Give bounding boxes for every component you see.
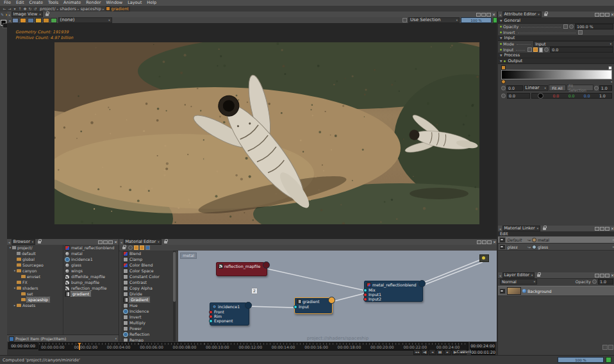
maximize-icon[interactable] bbox=[108, 240, 113, 244]
gradient-selected-key-marker[interactable] bbox=[501, 79, 506, 84]
menu-item-create[interactable]: Create bbox=[26, 0, 46, 6]
restore-icon[interactable] bbox=[103, 240, 108, 244]
select-tool-icon[interactable]: ✎ bbox=[1, 12, 4, 17]
restore-icon[interactable] bbox=[482, 240, 486, 244]
history-icon[interactable]: ▾ bbox=[12, 6, 17, 12]
tree-item-FX[interactable]: FX bbox=[7, 279, 63, 285]
tree-item-Assets[interactable]: ▸Assets bbox=[7, 302, 63, 308]
input-value[interactable]: 0.0 bbox=[550, 47, 613, 53]
fit-all-button[interactable]: Fit All bbox=[549, 85, 566, 91]
graph-node-gradient[interactable]: gradientInput bbox=[294, 297, 333, 314]
file-icon[interactable] bbox=[539, 47, 543, 53]
material-link-row-metal[interactable]: Default↪metal▾ bbox=[498, 236, 614, 244]
node-type-color-blend[interactable]: Color Blend bbox=[120, 262, 176, 268]
node-type-clamp[interactable]: Clamp bbox=[120, 256, 176, 262]
close-icon[interactable]: ✕ bbox=[493, 240, 496, 244]
node-graph[interactable]: metal 2 project://shaders/spaceship refl… bbox=[178, 251, 497, 342]
tree-item-default[interactable]: default bbox=[7, 251, 63, 256]
gradient-ramp[interactable] bbox=[501, 70, 612, 79]
back-icon[interactable]: ← bbox=[2, 6, 7, 12]
region-icon[interactable] bbox=[28, 18, 34, 23]
color-swatches[interactable] bbox=[0, 19, 7, 29]
graph-context-tab[interactable]: metal bbox=[180, 252, 197, 259]
browser-item-metal[interactable]: metal bbox=[63, 251, 119, 256]
breadcrumb-segment[interactable]: project/ bbox=[38, 6, 57, 12]
panel-type-dropdown[interactable]: Browser ▾ bbox=[12, 239, 36, 245]
link-icon[interactable] bbox=[569, 24, 574, 29]
output-port-dot[interactable] bbox=[245, 302, 252, 309]
panel-type-dropdown[interactable]: Material Linker ▾ bbox=[502, 226, 541, 231]
restore-icon[interactable] bbox=[600, 227, 604, 231]
lock-icon[interactable] bbox=[46, 13, 49, 16]
undo-icon[interactable]: ↺ bbox=[33, 6, 38, 12]
selection-mode-icon[interactable] bbox=[402, 18, 407, 22]
current-frame-field[interactable]: 00:00:01:20 bbox=[471, 349, 495, 355]
browser-item-metal_reflectionblend[interactable]: metal_reflectionblend bbox=[63, 245, 119, 251]
opacity-value[interactable]: 100.0 % bbox=[575, 24, 613, 29]
node-type-incidence[interactable]: Incidence bbox=[120, 308, 176, 314]
browser-item-list[interactable]: metal_reflectionblendmetalincidence1glas… bbox=[63, 245, 119, 335]
menu-item-animate[interactable]: Animate bbox=[61, 0, 83, 6]
input-port-dot[interactable] bbox=[209, 315, 213, 318]
gradient-source-icon[interactable] bbox=[533, 47, 538, 52]
node-type-list[interactable]: BlendClampColor BlendColor SpaceConstant… bbox=[120, 251, 176, 342]
material-link-row-glass[interactable]: glass↪glass▾ bbox=[498, 244, 614, 251]
node-category-icon[interactable] bbox=[145, 245, 150, 250]
interpolation-dropdown[interactable]: Linear ▾ bbox=[524, 85, 548, 91]
browser-item-glass[interactable]: glass bbox=[63, 262, 119, 268]
collapse-icon[interactable]: ◂ bbox=[8, 13, 10, 17]
breadcrumb-current[interactable]: gradient bbox=[110, 6, 130, 12]
browser-item-gradient[interactable]: gradient bbox=[63, 291, 119, 297]
collapse-icon[interactable]: ◂ bbox=[499, 227, 501, 231]
section-input[interactable]: ▼ Input bbox=[498, 35, 614, 41]
collapse-icon[interactable]: ◂ bbox=[120, 240, 122, 244]
panel-type-dropdown[interactable]: Layer Editor ▾ bbox=[502, 272, 535, 278]
minimize-icon[interactable] bbox=[98, 240, 103, 244]
maximize-icon[interactable] bbox=[605, 274, 610, 277]
collapse-icon[interactable]: ◂ bbox=[499, 13, 501, 17]
menu-item-edit[interactable]: Edit bbox=[13, 0, 27, 6]
browser-item-bump_mapfile[interactable]: bump_mapfile bbox=[63, 279, 119, 285]
node-port-rim[interactable]: Rim bbox=[213, 314, 249, 318]
browser-item-incidence1[interactable]: incidence1 bbox=[63, 256, 119, 262]
gradient-key-marker[interactable] bbox=[608, 66, 612, 70]
node-port-input1[interactable]: Input1 bbox=[368, 292, 422, 297]
menu-item-window[interactable]: Window bbox=[104, 0, 126, 6]
output-port-dot[interactable] bbox=[328, 297, 335, 304]
collapse-icon[interactable]: ◂ bbox=[9, 19, 11, 22]
channels-icon[interactable] bbox=[51, 18, 57, 23]
tree-item-project[interactable]: ▾project/ bbox=[7, 245, 63, 251]
input-port-dot[interactable] bbox=[363, 288, 367, 292]
alpha-value[interactable]: 1.0 bbox=[599, 94, 606, 98]
minimize-icon[interactable] bbox=[476, 13, 481, 17]
tree-item-canyon[interactable]: ▾canyon bbox=[7, 268, 63, 274]
save-image-icon[interactable] bbox=[20, 18, 26, 23]
lock-icon[interactable] bbox=[164, 241, 167, 244]
panel-type-dropdown[interactable]: Material Editor ▾ bbox=[124, 239, 162, 245]
tree-item-set[interactable]: set bbox=[7, 291, 63, 297]
tree-item-Sourcegeo[interactable]: Sourcegeo bbox=[7, 262, 63, 268]
link-icon[interactable] bbox=[501, 86, 506, 90]
breadcrumb-segment[interactable]: spaceship bbox=[79, 6, 103, 12]
node-type-divide[interactable]: Divide bbox=[120, 291, 176, 297]
collapse-icon[interactable]: ◂ bbox=[8, 240, 10, 244]
node-port-exponent[interactable]: Exponent bbox=[213, 318, 249, 323]
menu-item-layout[interactable]: Layout bbox=[125, 0, 144, 6]
timeline-start-field[interactable]: 00:00:00:00 bbox=[8, 342, 38, 349]
sphere-preview-icon[interactable] bbox=[128, 245, 133, 250]
breadcrumb-segment[interactable]: shaders bbox=[58, 6, 78, 12]
lock-icon[interactable] bbox=[122, 247, 126, 249]
tree-item-envset[interactable]: envset bbox=[7, 274, 63, 279]
material-output-node[interactable] bbox=[479, 254, 489, 262]
lock-icon[interactable] bbox=[537, 274, 540, 277]
up-icon[interactable]: ↑ bbox=[17, 6, 22, 12]
link-icon[interactable] bbox=[501, 94, 506, 98]
render-viewport[interactable]: Geometry Count: 191939 Primitive Count: … bbox=[7, 23, 497, 238]
close-icon[interactable]: ✕ bbox=[114, 240, 117, 244]
add-context-icon[interactable]: ✚ bbox=[22, 6, 28, 12]
green-value[interactable]: 0.0 bbox=[568, 94, 575, 98]
link-icon[interactable] bbox=[594, 86, 599, 90]
close-icon[interactable]: ✕ bbox=[611, 227, 614, 231]
restore-icon[interactable] bbox=[600, 274, 604, 277]
lock-icon[interactable] bbox=[543, 228, 546, 230]
